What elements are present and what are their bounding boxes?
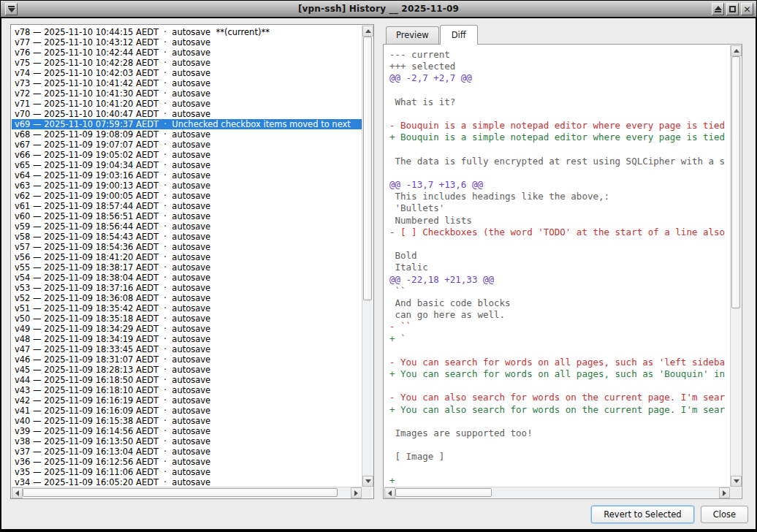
history-row[interactable]: v42 — 2025-11-09 16:16:19 AEDT · autosav…	[12, 395, 362, 406]
history-row[interactable]: v44 — 2025-11-09 16:18:50 AEDT · autosav…	[12, 375, 362, 385]
diff-line: --- current	[389, 49, 730, 61]
vertical-scroll-thumb[interactable]	[731, 56, 740, 308]
scroll-up-button[interactable]	[362, 26, 373, 37]
scroll-down-button[interactable]	[362, 476, 373, 487]
history-row[interactable]: v67 — 2025-11-09 19:07:07 AEDT · autosav…	[12, 140, 362, 150]
history-row[interactable]: v55 — 2025-11-09 18:38:17 AEDT · autosav…	[12, 262, 362, 273]
history-row[interactable]: v54 — 2025-11-09 18:38:04 AEDT · autosav…	[12, 273, 362, 283]
history-row[interactable]: v78 — 2025-11-10 10:44:15 AEDT · autosav…	[12, 27, 362, 37]
history-row[interactable]: v40 — 2025-11-09 16:15:38 AEDT · autosav…	[12, 416, 362, 426]
diff-line	[389, 380, 730, 392]
history-list[interactable]: v78 — 2025-11-10 10:44:15 AEDT · autosav…	[12, 26, 362, 487]
history-row[interactable]: v34 — 2025-11-09 16:05:20 AEDT · autosav…	[12, 477, 362, 487]
history-row[interactable]: v66 — 2025-11-09 19:05:02 AEDT · autosav…	[12, 150, 362, 160]
diff-line: - [ ] Checkboxes (the word 'TODO' at the…	[389, 227, 730, 238]
history-row[interactable]: v47 — 2025-11-09 18:33:45 AEDT · autosav…	[12, 344, 362, 354]
history-row[interactable]: v74 — 2025-11-10 10:42:03 AEDT · autosav…	[12, 68, 362, 78]
horizontal-scroll-thumb[interactable]	[395, 488, 492, 497]
history-row[interactable]: v39 — 2025-11-09 16:14:56 AEDT · autosav…	[12, 426, 362, 436]
diff-line	[389, 463, 730, 475]
button-bar: Revert to Selected Close	[1, 500, 756, 529]
scroll-up-button[interactable]	[731, 45, 742, 56]
diff-line: - Bouquin is a simple notepad editor whe…	[389, 120, 730, 132]
window-menu-icon	[8, 6, 15, 12]
history-row[interactable]: v73 — 2025-11-10 10:41:42 AEDT · autosav…	[12, 78, 362, 88]
scroll-left-button[interactable]	[384, 487, 395, 498]
history-row[interactable]: v51 — 2025-11-09 18:35:42 AEDT · autosav…	[12, 303, 362, 314]
history-row[interactable]: v57 — 2025-11-09 18:54:36 AEDT · autosav…	[12, 242, 362, 252]
close-button[interactable]: ✕	[741, 3, 753, 15]
horizontal-scroll-thumb[interactable]	[23, 488, 338, 497]
maximize-icon	[729, 6, 736, 12]
history-row[interactable]: v48 — 2025-11-09 18:34:19 AEDT · autosav…	[12, 334, 362, 344]
history-row[interactable]: v62 — 2025-11-09 19:00:05 AEDT · autosav…	[12, 191, 362, 201]
history-row[interactable]: v36 — 2025-11-09 16:12:56 AEDT · autosav…	[12, 457, 362, 467]
revert-to-selected-button[interactable]: Revert to Selected	[591, 506, 693, 523]
history-row[interactable]: v61 — 2025-11-09 18:57:44 AEDT · autosav…	[12, 201, 362, 211]
diff-view[interactable]: --- current+++ selected@@ -2,7 +2,7 @@ W…	[384, 45, 730, 487]
scroll-right-button[interactable]	[719, 487, 730, 498]
history-window: [vpn-ssh] History __ 2025-11-09 ✕ v78 — …	[0, 0, 757, 532]
diff-line: - You can search for words on all pages,…	[389, 357, 730, 368]
scroll-right-button[interactable]	[351, 487, 362, 498]
scroll-left-button[interactable]	[12, 487, 23, 498]
tab-diff[interactable]: Diff	[440, 25, 478, 45]
tab-preview[interactable]: Preview	[386, 26, 439, 44]
history-row[interactable]: v77 — 2025-11-10 10:43:12 AEDT · autosav…	[12, 37, 362, 48]
history-row[interactable]: v50 — 2025-11-09 18:35:18 AEDT · autosav…	[12, 314, 362, 324]
diff-horizontal-scrollbar[interactable]	[384, 487, 730, 498]
arrow-left-icon	[388, 490, 392, 496]
close-dialog-button[interactable]: Close	[701, 506, 748, 523]
vertical-scroll-thumb[interactable]	[363, 37, 372, 300]
history-row[interactable]: v64 — 2025-11-09 19:03:16 AEDT · autosav…	[12, 170, 362, 180]
diff-line: ``	[389, 286, 730, 297]
history-row[interactable]: v70 — 2025-11-10 10:40:47 AEDT · autosav…	[12, 109, 362, 119]
history-horizontal-scrollbar[interactable]	[12, 487, 362, 498]
diff-line: - ``	[389, 321, 730, 332]
diff-panel: --- current+++ selected@@ -2,7 +2,7 @@ W…	[383, 44, 742, 499]
window-title: [vpn-ssh] History __ 2025-11-09	[298, 4, 459, 14]
maximize-button[interactable]	[726, 3, 739, 15]
diff-vertical-scrollbar[interactable]	[730, 45, 741, 487]
scroll-down-button[interactable]	[731, 476, 742, 487]
history-row[interactable]: v59 — 2025-11-09 18:56:44 AEDT · autosav…	[12, 221, 362, 232]
diff-line: Bold	[389, 250, 730, 262]
history-row[interactable]: v43 — 2025-11-09 16:18:10 AEDT · autosav…	[12, 385, 362, 395]
titlebar[interactable]: [vpn-ssh] History __ 2025-11-09 ✕	[1, 1, 756, 18]
diff-line: Numbered lists	[389, 215, 730, 227]
diff-line: + Bouquin is a simple notepad editor whe…	[389, 132, 730, 143]
history-row[interactable]: v68 — 2025-11-09 19:08:09 AEDT · autosav…	[12, 129, 362, 140]
diff-line: +++ selected	[389, 61, 730, 72]
diff-line: can go here as well.	[389, 309, 730, 321]
history-row[interactable]: v75 — 2025-11-10 10:42:28 AEDT · autosav…	[12, 58, 362, 68]
diff-line	[389, 238, 730, 250]
history-row[interactable]: v35 — 2025-11-09 16:11:06 AEDT · autosav…	[12, 467, 362, 477]
history-vertical-scrollbar[interactable]	[362, 26, 373, 487]
history-row[interactable]: v45 — 2025-11-09 18:28:13 AEDT · autosav…	[12, 365, 362, 375]
history-row[interactable]: v60 — 2025-11-09 18:56:51 AEDT · autosav…	[12, 211, 362, 221]
history-row[interactable]: v38 — 2025-11-09 16:13:50 AEDT · autosav…	[12, 436, 362, 446]
shade-button[interactable]	[712, 3, 724, 15]
history-row[interactable]: v58 — 2025-11-09 18:54:43 AEDT · autosav…	[12, 232, 362, 242]
history-row[interactable]: v49 — 2025-11-09 18:34:29 AEDT · autosav…	[12, 324, 362, 334]
diff-line: What is it?	[389, 96, 730, 108]
dialog-body: v78 — 2025-11-10 10:44:15 AEDT · autosav…	[1, 18, 756, 529]
diff-line: @@ -2,7 +2,7 @@	[389, 72, 730, 84]
arrow-down-icon	[734, 479, 739, 483]
history-row[interactable]: v46 — 2025-11-09 18:31:07 AEDT · autosav…	[12, 354, 362, 365]
history-row[interactable]: v63 — 2025-11-09 19:00:13 AEDT · autosav…	[12, 180, 362, 191]
history-row[interactable]: v72 — 2025-11-10 10:41:30 AEDT · autosav…	[12, 88, 362, 99]
history-row[interactable]: v52 — 2025-11-09 18:36:08 AEDT · autosav…	[12, 293, 362, 303]
history-row[interactable]: v69 — 2025-11-10 07:59:37 AEDT · Uncheck…	[12, 119, 362, 129]
arrow-down-icon	[365, 479, 371, 483]
history-row[interactable]: v56 — 2025-11-09 18:41:20 AEDT · autosav…	[12, 252, 362, 262]
history-row[interactable]: v53 — 2025-11-09 18:37:16 AEDT · autosav…	[12, 283, 362, 293]
scrollbar-corner	[362, 487, 373, 498]
history-row[interactable]: v71 — 2025-11-10 10:41:20 AEDT · autosav…	[12, 99, 362, 109]
history-row[interactable]: v76 — 2025-11-10 10:42:44 AEDT · autosav…	[12, 48, 362, 58]
scrollbar-corner	[730, 487, 741, 498]
window-menu-button[interactable]	[5, 3, 18, 15]
history-row[interactable]: v37 — 2025-11-09 16:13:04 AEDT · autosav…	[12, 446, 362, 457]
history-row[interactable]: v65 — 2025-11-09 19:04:34 AEDT · autosav…	[12, 160, 362, 170]
history-row[interactable]: v41 — 2025-11-09 16:16:09 AEDT · autosav…	[12, 406, 362, 416]
